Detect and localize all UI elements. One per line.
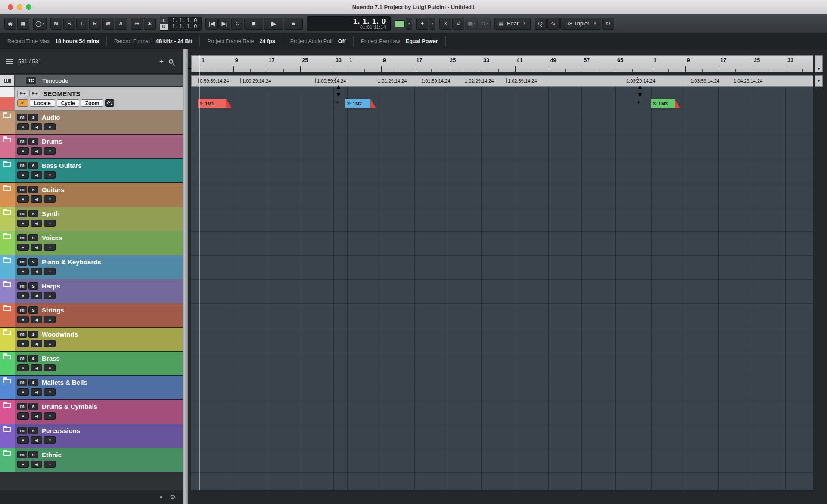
mute-button[interactable]: m bbox=[17, 451, 27, 458]
mute-button[interactable]: m bbox=[17, 186, 27, 193]
mute-button[interactable]: m bbox=[17, 282, 27, 290]
record-enable-button[interactable]: ● bbox=[17, 292, 29, 299]
track-edit-button[interactable]: ≡ bbox=[44, 195, 56, 203]
window-zones-button[interactable]: ▦ bbox=[17, 18, 29, 30]
track-row[interactable]: msPiano & Keyboards●◀≡ bbox=[0, 255, 183, 279]
activate-project-button[interactable]: ◉ bbox=[4, 18, 16, 30]
solo-button[interactable]: s bbox=[28, 379, 38, 386]
record-enable-button[interactable]: ● bbox=[17, 123, 29, 130]
track-edit-button[interactable]: ≡ bbox=[44, 244, 56, 251]
solo-button[interactable]: s bbox=[28, 234, 38, 241]
automation-button-r[interactable]: R bbox=[89, 18, 101, 30]
locate-button[interactable]: Locate bbox=[30, 99, 55, 107]
track-row[interactable]: msMallets & Bells●◀≡ bbox=[0, 376, 183, 400]
divider-up-arrow[interactable]: ▲ bbox=[637, 83, 644, 90]
mute-button[interactable]: m bbox=[17, 306, 27, 314]
info-bar-item[interactable]: Record Time Max18 hours 54 mins bbox=[0, 36, 107, 46]
solo-button[interactable]: s bbox=[28, 331, 38, 338]
record-enable-button[interactable]: ● bbox=[17, 316, 29, 323]
cycle-marker-button[interactable]: Cycle bbox=[57, 99, 79, 107]
monitor-button[interactable]: ◀ bbox=[31, 388, 42, 396]
record-enable-button[interactable]: ● bbox=[17, 244, 29, 251]
solo-button[interactable]: s bbox=[28, 186, 38, 193]
primary-time-display[interactable]: 1. 1. 1. 0 01:01:11:14 bbox=[307, 16, 391, 31]
automation-button-m[interactable]: M bbox=[50, 18, 62, 30]
solo-button[interactable]: s bbox=[28, 403, 38, 410]
mute-button[interactable]: m bbox=[17, 210, 27, 217]
track-edit-button[interactable]: ≡ bbox=[44, 268, 56, 275]
automation-button-w[interactable]: W bbox=[102, 18, 114, 30]
record-enable-button[interactable]: ● bbox=[17, 364, 29, 371]
record-enable-button[interactable]: ● bbox=[17, 388, 29, 396]
marker-flag[interactable]: 2: 1M2 bbox=[345, 99, 370, 108]
record-enable-button[interactable]: ● bbox=[17, 195, 29, 203]
solo-button[interactable]: s bbox=[28, 306, 38, 314]
track-row[interactable]: msSynth●◀≡ bbox=[0, 207, 183, 231]
monitor-button[interactable]: ◀ bbox=[31, 436, 42, 444]
play-button[interactable]: ▶ bbox=[264, 18, 283, 30]
star-button[interactable]: ∗ bbox=[144, 18, 156, 30]
track-edit-button[interactable]: ≡ bbox=[44, 147, 56, 155]
right-locator-value[interactable]: 1. 1. 1. 0 bbox=[172, 24, 198, 29]
project-cursor-handle[interactable] bbox=[197, 56, 202, 59]
bar-ruler[interactable]: 19172533191725334149576519172533 bbox=[191, 55, 813, 72]
monitor-button[interactable]: ◀ bbox=[31, 292, 42, 299]
record-enable-button[interactable]: ● bbox=[17, 147, 29, 155]
track-row[interactable]: msBass Guitars●◀≡ bbox=[0, 159, 183, 183]
track-row[interactable]: msAudio●◀≡ bbox=[0, 111, 183, 135]
solo-button[interactable]: s bbox=[28, 451, 38, 458]
time-display-bars[interactable]: 1. 1. 1. 0 bbox=[311, 18, 386, 25]
marker-flag[interactable]: 3: 1M3 bbox=[651, 99, 675, 108]
stop-button[interactable]: ■ bbox=[244, 18, 263, 30]
grid-type-select[interactable]: ▦ Beat ▼ bbox=[494, 18, 531, 30]
track-row[interactable]: msStrings●◀≡ bbox=[0, 303, 183, 328]
automation-button-l[interactable]: L bbox=[76, 18, 88, 30]
quantize-button[interactable]: Q bbox=[535, 18, 547, 30]
timecode-ruler-menu-button[interactable]: ▼ bbox=[815, 75, 823, 87]
mute-button[interactable]: m bbox=[17, 427, 27, 434]
grid-button[interactable]: # bbox=[452, 18, 464, 30]
cycle-button[interactable]: ↻ bbox=[231, 18, 243, 30]
mute-button[interactable]: m bbox=[17, 162, 27, 169]
mute-button[interactable]: m bbox=[17, 355, 27, 362]
auto-scroll-menu-button[interactable]: ▾ bbox=[429, 18, 435, 30]
track-row[interactable]: msGuitars●◀≡ bbox=[0, 183, 183, 207]
quantize-curve-button[interactable]: ∿ bbox=[547, 18, 560, 30]
solo-button[interactable]: s bbox=[28, 114, 38, 121]
track-edit-button[interactable]: ≡ bbox=[44, 292, 56, 299]
mute-button[interactable]: m bbox=[17, 403, 27, 410]
divider-up-arrow[interactable]: ▲ bbox=[335, 83, 342, 90]
snap-button[interactable]: × bbox=[439, 18, 451, 30]
marker-time-button[interactable] bbox=[105, 99, 114, 107]
info-bar-item[interactable]: Project Audio PullOff bbox=[283, 36, 354, 46]
minimize-window-button[interactable] bbox=[17, 4, 22, 10]
track-edit-button[interactable]: ≡ bbox=[44, 436, 56, 444]
track-row[interactable]: msPercussions●◀≡ bbox=[0, 424, 183, 448]
automation-button-a[interactable]: A bbox=[115, 18, 127, 30]
monitor-button[interactable]: ◀ bbox=[31, 147, 42, 155]
record-enable-button[interactable]: ● bbox=[17, 436, 29, 444]
auto-scroll-button[interactable]: + bbox=[416, 18, 428, 30]
monitor-button[interactable]: ◀ bbox=[31, 171, 42, 179]
record-enable-button[interactable]: ● bbox=[17, 461, 29, 468]
left-locator-value[interactable]: 1. 1. 1. 0 bbox=[172, 18, 198, 23]
mute-button[interactable]: m bbox=[17, 114, 27, 121]
monitor-button[interactable]: ◀ bbox=[31, 412, 42, 420]
track-edit-button[interactable]: ≡ bbox=[44, 412, 56, 420]
solo-button[interactable]: s bbox=[28, 427, 38, 434]
event-display[interactable]: 1: 1M12: 1M23: 1M3 bbox=[191, 87, 813, 490]
track-row[interactable]: msBrass●◀≡ bbox=[0, 352, 183, 376]
monitor-button[interactable]: ◀ bbox=[31, 220, 42, 227]
solo-button[interactable]: s bbox=[28, 138, 38, 145]
track-row[interactable]: msEthnic●◀≡ bbox=[0, 448, 183, 472]
info-bar-item[interactable]: Project Pan LawEqual Power bbox=[354, 36, 446, 46]
track-edit-button[interactable]: ≡ bbox=[44, 220, 56, 227]
track-visibility-icon[interactable] bbox=[6, 59, 13, 64]
divider-zoom-button[interactable]: + bbox=[637, 99, 640, 106]
track-edit-button[interactable]: ≡ bbox=[44, 340, 56, 347]
automation-button-s[interactable]: S bbox=[63, 18, 75, 30]
track-row[interactable]: msWoodwinds●◀≡ bbox=[0, 328, 183, 352]
mute-button[interactable]: m bbox=[17, 379, 27, 386]
marker-active-checkbox[interactable]: ✓ bbox=[17, 99, 28, 107]
track-row[interactable]: msHarps●◀≡ bbox=[0, 279, 183, 303]
